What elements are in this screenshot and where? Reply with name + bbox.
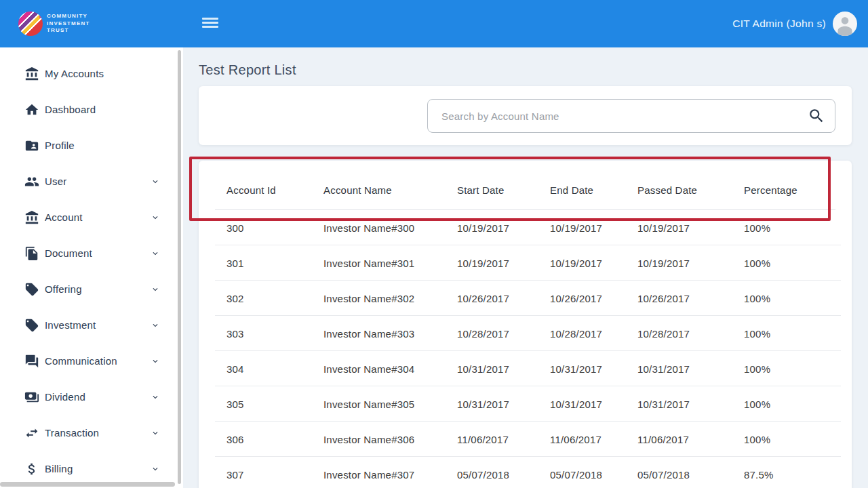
sidebar-item-profile[interactable]: Profile [0, 127, 183, 163]
dollar-icon [24, 462, 39, 476]
table-row[interactable]: 305 Investor Name#305 10/31/2017 10/31/2… [199, 386, 852, 422]
cell-account-name: Investor Name#305 [323, 399, 457, 410]
app-logo[interactable]: COMMUNITY INVESTMENT TRUST [18, 12, 90, 36]
cell-account-name: Investor Name#300 [323, 222, 457, 234]
bank-icon [24, 210, 39, 225]
cell-end-date: 11/06/2017 [550, 434, 637, 445]
chevron-down-icon [151, 177, 160, 186]
sidebar-item-account[interactable]: Account [0, 199, 183, 235]
table-row[interactable]: 303 Investor Name#303 10/28/2017 10/28/2… [199, 316, 852, 351]
table-row[interactable]: 307 Investor Name#307 05/07/2018 05/07/2… [199, 457, 852, 488]
chevron-down-icon [151, 357, 160, 366]
cell-start-date: 10/31/2017 [457, 363, 550, 375]
logo-text: COMMUNITY INVESTMENT TRUST [47, 13, 90, 34]
sidebar-item-label: Offering [45, 283, 82, 295]
sidebar-item-label: Account [45, 211, 83, 223]
table-row[interactable]: 306 Investor Name#306 11/06/2017 11/06/2… [199, 422, 852, 457]
tag-icon [24, 318, 39, 333]
search-icon[interactable] [808, 107, 825, 125]
cell-end-date: 10/26/2017 [550, 293, 637, 304]
cell-start-date: 11/06/2017 [457, 434, 550, 445]
sidebar-item-investment[interactable]: Investment [0, 307, 183, 343]
cell-passed-date: 10/19/2017 [637, 222, 744, 234]
cell-account-name: Investor Name#306 [323, 434, 457, 445]
cell-account-name: Investor Name#303 [323, 328, 457, 340]
chevron-down-icon [151, 321, 160, 330]
cell-end-date: 10/19/2017 [550, 222, 637, 234]
top-app-bar: COMMUNITY INVESTMENT TRUST CIT Admin (Jo… [0, 0, 868, 47]
cell-start-date: 05/07/2018 [457, 469, 550, 481]
cell-percentage: 100% [744, 258, 852, 269]
avatar[interactable] [833, 12, 857, 36]
sidebar-item-dividend[interactable]: Dividend [0, 379, 183, 415]
person-icon [833, 12, 857, 36]
table-row[interactable]: 301 Investor Name#301 10/19/2017 10/19/2… [199, 245, 852, 281]
chevron-down-icon [151, 249, 160, 258]
sidebar-item-document[interactable]: Document [0, 235, 183, 271]
sidebar-item-my-accounts[interactable]: My Accounts [0, 56, 183, 92]
search-card [199, 86, 852, 145]
cell-account-name: Investor Name#301 [323, 258, 457, 269]
sidebar-item-label: Dashboard [45, 104, 96, 115]
column-header-start-date[interactable]: Start Date [457, 184, 550, 196]
cell-percentage: 100% [744, 328, 852, 340]
chevron-down-icon [151, 285, 160, 294]
logo-mark-icon [18, 12, 43, 36]
file-copy-icon [24, 246, 39, 261]
table-header-row: Account Id Account Name Start Date End D… [199, 161, 852, 210]
sidebar-item-label: Profile [45, 140, 75, 151]
payments-icon [24, 390, 39, 405]
swap-arrows-icon [24, 426, 39, 441]
cell-start-date: 10/19/2017 [457, 222, 550, 234]
cell-account-id: 300 [226, 222, 323, 234]
cell-account-id: 302 [226, 293, 323, 304]
table-row[interactable]: 302 Investor Name#302 10/26/2017 10/26/2… [199, 281, 852, 316]
column-header-percentage[interactable]: Percentage [744, 184, 852, 196]
sidebar-item-offering[interactable]: Offering [0, 271, 183, 307]
sidebar-item-communication[interactable]: Communication [0, 343, 183, 379]
column-header-account-id[interactable]: Account Id [226, 184, 323, 196]
chevron-down-icon [151, 392, 160, 402]
cell-account-name: Investor Name#307 [323, 469, 457, 481]
table-row[interactable]: 300 Investor Name#300 10/19/2017 10/19/2… [199, 210, 852, 245]
sidebar-item-label: My Accounts [45, 68, 104, 79]
sidebar-item-label: Billing [45, 463, 73, 474]
menu-icon[interactable] [202, 18, 218, 30]
sidebar-item-label: Communication [45, 355, 117, 367]
sidebar-item-label: Document [45, 247, 92, 259]
cell-passed-date: 05/07/2018 [637, 469, 744, 481]
sidebar: My Accounts Dashboard Profile User [0, 47, 183, 488]
cell-end-date: 10/28/2017 [550, 328, 637, 340]
sidebar-item-label: User [45, 176, 66, 187]
cell-end-date: 10/19/2017 [550, 258, 637, 269]
bank-icon [24, 66, 39, 81]
cell-passed-date: 10/31/2017 [637, 363, 744, 375]
cell-passed-date: 10/26/2017 [637, 293, 744, 304]
column-header-passed-date[interactable]: Passed Date [637, 184, 744, 196]
table-row[interactable]: 304 Investor Name#304 10/31/2017 10/31/2… [199, 351, 852, 386]
user-account-label[interactable]: CIT Admin (John s) [732, 18, 826, 30]
cell-end-date: 10/31/2017 [550, 363, 637, 375]
sidebar-item-label: Transaction [45, 427, 99, 439]
cell-end-date: 05/07/2018 [550, 469, 637, 481]
cell-account-name: Investor Name#302 [323, 293, 457, 304]
page-title: Test Report List [199, 62, 296, 78]
people-icon [24, 174, 39, 189]
sidebar-item-user[interactable]: User [0, 163, 183, 199]
sidebar-item-transaction[interactable]: Transaction [0, 415, 183, 451]
cell-percentage: 87.5% [744, 469, 852, 481]
column-header-end-date[interactable]: End Date [550, 184, 637, 196]
cell-percentage: 100% [744, 434, 852, 445]
column-header-account-name[interactable]: Account Name [323, 184, 457, 196]
cell-account-id: 304 [226, 363, 323, 375]
cell-percentage: 100% [744, 222, 852, 234]
main-content: Test Report List Account Id Account Name… [183, 47, 868, 488]
sidebar-horizontal-scrollbar[interactable] [0, 482, 175, 487]
chevron-down-icon [151, 464, 160, 474]
sidebar-item-dashboard[interactable]: Dashboard [0, 92, 183, 127]
search-input[interactable] [441, 100, 808, 132]
cell-percentage: 100% [744, 399, 852, 410]
sidebar-vertical-scrollbar[interactable] [178, 50, 181, 484]
cell-passed-date: 10/19/2017 [637, 258, 744, 269]
cell-percentage: 100% [744, 363, 852, 375]
